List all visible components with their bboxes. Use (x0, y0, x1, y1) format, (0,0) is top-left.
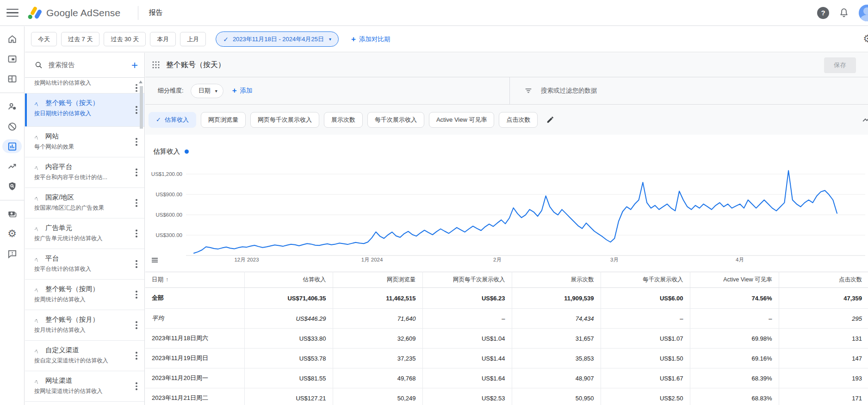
date-preset-button[interactable]: 过去 7 天 (61, 32, 99, 46)
column-header[interactable]: 每千次展示收入 (601, 272, 690, 288)
chart-zone: 估算收入 US$300.00US$600.00US$900.00US$1,200… (145, 135, 868, 272)
table-row[interactable]: 2023年11月20日周一US$81.5549,768US$1.6448,907… (145, 368, 868, 388)
column-header[interactable]: 点击次数 (779, 272, 868, 288)
report-item-subtitle: 按网址渠道统计的估算收入 (34, 387, 144, 395)
blocking-controls-icon[interactable] (2, 119, 22, 133)
adsense-logo[interactable]: Google AdSense (27, 5, 120, 21)
reports-icon[interactable] (2, 139, 22, 153)
metric-chip[interactable]: 点击次数 (499, 112, 538, 128)
report-list-item[interactable]: 网址渠道按网址渠道统计的估算收入 (25, 371, 144, 402)
policy-center-icon[interactable] (2, 179, 22, 193)
report-list-item[interactable]: 整个账号（按月）按月统计的估算收入 (25, 310, 144, 341)
menu-icon[interactable] (6, 9, 19, 17)
more-options-icon[interactable] (133, 290, 140, 299)
check-icon: ✓ (223, 36, 229, 43)
panel-scrollbar[interactable] (140, 86, 143, 129)
report-list-item[interactable]: 自定义渠道按自定义渠道统计的估算收入 (25, 341, 144, 371)
more-options-icon[interactable] (133, 382, 140, 391)
sparkline-icon (34, 164, 42, 170)
date-preset-button[interactable]: 上月 (180, 32, 206, 46)
legend-dot (185, 150, 189, 154)
report-list-item[interactable]: 网站每个网站的效果 (25, 127, 144, 157)
payments-icon[interactable] (2, 207, 22, 221)
report-list-item[interactable]: 平台按平台统计的估算收入 (25, 249, 144, 280)
insights-icon-partial[interactable] (862, 115, 868, 125)
more-options-icon[interactable] (133, 168, 140, 177)
metric-chip[interactable]: 展示次数 (324, 112, 363, 128)
earnings-line-chart[interactable]: US$300.00US$600.00US$900.00US$1,200.00 (145, 157, 868, 256)
add-report-button[interactable]: + (131, 60, 138, 71)
more-options-icon[interactable] (133, 351, 140, 361)
sparkline-icon (34, 225, 42, 231)
date-range-picker[interactable]: ✓ 2023年11月18日 - 2024年4月25日 ▾ (216, 31, 339, 47)
metric-chip[interactable]: 网页浏览量 (201, 112, 246, 128)
more-options-icon[interactable] (133, 137, 140, 147)
report-item-title: 整个账号（按月） (45, 315, 99, 324)
more-options-icon[interactable] (133, 83, 140, 93)
add-dimension-button[interactable]: + 添加 (232, 86, 253, 95)
feedback-icon[interactable] (2, 247, 22, 261)
table-row[interactable]: 2023年11月19日周日US$53.7837,235US$1.4435,853… (145, 349, 868, 368)
more-options-icon[interactable] (133, 199, 140, 208)
column-header[interactable]: 展示次数 (512, 272, 601, 288)
ads-icon[interactable] (2, 52, 22, 66)
report-item-title: 国家/地区 (45, 193, 74, 202)
filter-search-field[interactable]: 搜索或过滤您的数据 (524, 77, 597, 104)
help-icon[interactable]: ? (817, 7, 829, 19)
more-options-icon[interactable] (133, 106, 140, 115)
settings-icon[interactable]: ⚙ (2, 227, 22, 241)
table-row[interactable]: 全部US$71,406.3511,462,515US$6.2311,909,53… (145, 288, 868, 309)
value-cell: US$71,406.35 (244, 288, 333, 309)
column-header[interactable]: 网页每千次展示收入 (422, 272, 512, 288)
date-preset-button[interactable]: 今天 (31, 32, 57, 46)
chart-menu-icon[interactable] (152, 258, 158, 262)
sparkline-icon (34, 194, 42, 200)
report-list-item-partial[interactable]: 按网站统计的估算收入 (25, 78, 144, 93)
metric-chip[interactable]: 每千次展示收入 (367, 112, 424, 128)
metric-chip[interactable]: Active View 可见率 (429, 112, 495, 128)
column-header[interactable]: 估算收入 (244, 272, 333, 288)
notifications-icon[interactable] (838, 7, 849, 19)
value-cell: US$6.23 (422, 288, 512, 309)
report-list-item[interactable]: 国家/地区按国家/地区汇总的广告效果 (25, 188, 144, 218)
save-button[interactable]: 保存 (824, 57, 856, 73)
audience-icon[interactable] (2, 100, 22, 113)
metric-chip[interactable]: ✓估算收入 (149, 112, 196, 128)
scrollbar-up-arrow[interactable] (139, 81, 143, 83)
table-row[interactable]: 2023年11月18日周六US$33.8032,609US$1.0431,657… (145, 329, 868, 349)
rail-divider (0, 200, 24, 200)
report-list-item[interactable]: 整个账号（按天）按日期统计的估算收入 (25, 93, 144, 127)
report-list-item[interactable]: 广告单元按广告单元统计的估算收入 (25, 218, 144, 249)
edit-metrics-icon[interactable] (546, 115, 555, 124)
sites-icon[interactable] (2, 72, 22, 86)
metric-chip[interactable]: 网页每千次展示收入 (250, 112, 319, 128)
optimization-icon[interactable] (2, 159, 22, 173)
home-icon[interactable] (2, 32, 22, 46)
nav-rail: ⚙ (0, 26, 25, 405)
more-options-icon[interactable] (133, 260, 140, 269)
value-cell: US$2.50 (601, 388, 690, 405)
report-title: 整个账号（按天） (166, 60, 225, 70)
column-header[interactable]: 网页浏览量 (333, 272, 422, 288)
y-axis-label: US$600.00 (155, 212, 182, 218)
report-list-item[interactable]: 内容平台按平台和内容平台统计的估... (25, 157, 144, 188)
adsense-reports-page: Google AdSense 报告 ? ⚙ 今天过去 7 天过去 30 天本月上… (0, 0, 868, 405)
more-options-icon[interactable] (133, 229, 140, 238)
more-options-icon[interactable] (133, 321, 140, 330)
settings-gear-icon-partial[interactable]: ⚙ (863, 34, 868, 44)
avatar[interactable] (859, 5, 868, 21)
value-cell: US$6.00 (601, 288, 690, 309)
value-cell: US$127.21 (244, 388, 333, 405)
y-axis-label: US$900.00 (155, 192, 182, 197)
chevron-down-icon: ▾ (215, 88, 217, 93)
table-row[interactable]: 平均US$446.2971,640–74,434––295 (145, 309, 868, 329)
column-header[interactable]: Active View 可见率 (690, 272, 779, 288)
search-reports-input[interactable]: 搜索报告 (49, 61, 131, 69)
date-preset-button[interactable]: 本月 (150, 32, 176, 46)
report-list-item[interactable]: 整个账号（按周）按周统计的估算收入 (25, 280, 144, 310)
breakdown-dimension-select[interactable]: 日期 ▾ (191, 84, 223, 98)
add-comparison-button[interactable]: + 添加对比期 (351, 35, 390, 44)
column-header[interactable]: 日期↑ (145, 272, 244, 288)
date-preset-button[interactable]: 过去 30 天 (104, 32, 146, 46)
table-row[interactable]: 2023年11月21日周二US$127.2150,249US$2.5350,95… (145, 388, 868, 405)
